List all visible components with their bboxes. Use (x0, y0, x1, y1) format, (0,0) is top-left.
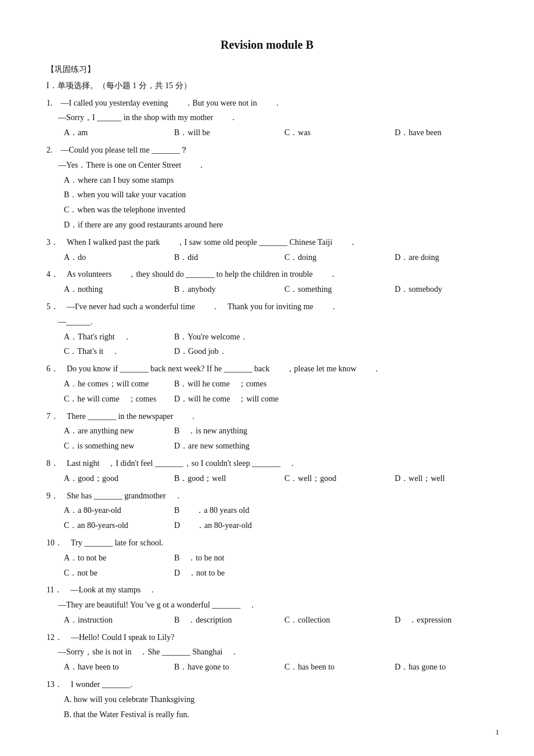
option-item: D．have been (395, 126, 488, 140)
option-item: A．where can I buy some stamps (64, 173, 174, 187)
option-row: B. that the Water Festival is really fun… (64, 708, 488, 722)
question-5: 5． —I've never had such a wonderful time… (46, 300, 488, 359)
option-row: A．where can I buy some stamps (64, 173, 488, 187)
options-group: A．doB．didC．doingD．are doing (64, 251, 488, 265)
question-4: 4． As volunteers ，they should do _______… (46, 267, 488, 296)
options-group: A．a 80-year-oldB ．a 80 years oldC．an 80-… (64, 504, 488, 533)
option-item: C．an 80-years-old (64, 519, 157, 533)
option-item: B．good；well (174, 472, 267, 486)
options-group: A．where can I buy some stampsB．when you … (64, 173, 488, 232)
question-9: 9． She has _______ grandmother ．A．a 80-y… (46, 489, 488, 533)
question-12: 12． —Hello! Could I speak to Lily?—Sorry… (46, 631, 488, 674)
option-item: A．good；good (64, 472, 157, 486)
question-line: 8． Last night ，I didn't feel _______，so … (46, 457, 488, 471)
question-line: —Sorry，I ______ in the shop with my moth… (58, 111, 488, 125)
option-row: A．doB．didC．doingD．are doing (64, 251, 488, 265)
question-8: 8． Last night ，I didn't feel _______，so … (46, 457, 488, 486)
page-title: Revision module B (46, 35, 488, 55)
question-line: 7． There _______ in the newspaper ． (46, 410, 488, 424)
option-item: A．to not be (64, 551, 157, 565)
options-group: A．nothingB．anybodyC．somethingD．somebody (64, 283, 488, 296)
option-item: D．has gone to (395, 660, 488, 674)
option-row: C．That's it ．D．Good job． (64, 345, 488, 359)
option-item: B．will be (174, 126, 267, 140)
question-1: 1. —I called you yesterday evening ．But … (46, 96, 488, 140)
option-item: D．well；well (395, 472, 488, 486)
section-header: 【巩固练习】 (46, 63, 488, 77)
options-group: A．to not beB ．to be notC．not beD ．not to… (64, 551, 488, 580)
question-line: 2. —Could you please tell me _______？ (46, 143, 488, 157)
option-item: B ．description (174, 613, 267, 627)
question-2: 2. —Could you please tell me _______？—Ye… (46, 143, 488, 232)
option-item: B ．to be not (174, 551, 267, 565)
question-10: 10． Try _______ late for school.A．to not… (46, 536, 488, 580)
question-line: —Yes．There is one on Center Street ． (58, 158, 488, 172)
question-line: 4． As volunteers ，they should do _______… (46, 267, 488, 281)
option-row: C．an 80-years-oldD ．an 80-year-old (64, 519, 488, 533)
option-item: B．You're welcome． (174, 330, 267, 344)
options-group: A．have been toB．have gone toC．has been t… (64, 660, 488, 674)
option-item: A．instruction (64, 613, 157, 627)
option-item: A．am (64, 126, 157, 140)
option-item: D．if there are any good restaurants arou… (64, 218, 223, 232)
page-number: 1 (496, 726, 500, 739)
option-item: C．has been to (284, 660, 377, 674)
option-row: A．have been toB．have gone toC．has been t… (64, 660, 488, 674)
option-item: B ．a 80 years old (174, 504, 267, 518)
question-line: 6． Do you know if _______ back next week… (46, 362, 488, 376)
options-group: A．he comes；will comeB．will he come ；come… (64, 377, 488, 406)
options-group: A．instructionB ．descriptionC．collectionD… (64, 613, 488, 627)
option-row: C．when was the telephone invented (64, 203, 488, 217)
option-item: A．he comes；will come (64, 377, 157, 391)
option-row: B．when you will take your vacation (64, 188, 488, 202)
option-row: A．nothingB．anybodyC．somethingD．somebody (64, 283, 488, 296)
option-item: D．are doing (395, 251, 488, 265)
question-line: 11． —Look at my stamps ． (46, 583, 488, 597)
option-item: D．Good job． (174, 345, 267, 359)
question-line: 9． She has _______ grandmother ． (46, 489, 488, 503)
part1-label: I．单项选择。（每小题 1 分，共 15 分） (46, 79, 488, 93)
option-row: A．That's right ．B．You're welcome． (64, 330, 488, 344)
question-line: 10． Try _______ late for school. (46, 536, 488, 550)
option-item: C．when was the telephone invented (64, 203, 185, 217)
option-row: A．good；goodB．good；wellC．well；goodD．well；… (64, 472, 488, 486)
option-item: D ．expression (395, 613, 488, 627)
option-row: A．a 80-year-oldB ．a 80 years old (64, 504, 488, 518)
question-6: 6． Do you know if _______ back next week… (46, 362, 488, 406)
options-group: A．amB．will beC．wasD．have been (64, 126, 488, 140)
question-3: 3． When I walked past the park ，I saw so… (46, 236, 488, 265)
option-item: A．have been to (64, 660, 157, 674)
option-row: C．is something newD．are new something (64, 439, 488, 453)
option-item: B．anybody (174, 283, 267, 296)
question-7: 7． There _______ in the newspaper ．A．are… (46, 410, 488, 453)
option-item: A．nothing (64, 283, 157, 296)
option-row: C．he will come ；comesD．will he come ；wil… (64, 392, 488, 406)
option-item: D ．not to be (174, 566, 267, 580)
question-line: 3． When I walked past the park ，I saw so… (46, 236, 488, 249)
option-item: C．he will come ；comes (64, 392, 157, 406)
question-line: —______. (58, 315, 488, 329)
option-item: A．do (64, 251, 157, 265)
option-row: A．he comes；will comeB．will he come ；come… (64, 377, 488, 391)
option-row: A．amB．will beC．wasD．have been (64, 126, 488, 140)
option-item: B. that the Water Festival is really fun… (64, 708, 189, 722)
option-item: A．a 80-year-old (64, 504, 157, 518)
option-item: B．did (174, 251, 267, 265)
option-item: A．That's right ． (64, 330, 157, 344)
option-row: D．if there are any good restaurants arou… (64, 218, 488, 232)
option-item: C．is something new (64, 439, 157, 453)
option-item: D ．an 80-year-old (174, 519, 267, 533)
option-item: B ．is new anything (174, 424, 267, 438)
option-item: B．have gone to (174, 660, 267, 674)
option-item: C．doing (284, 251, 377, 265)
options-group: A. how will you celebrate ThanksgivingB.… (64, 693, 488, 722)
option-item: C．That's it ． (64, 345, 157, 359)
option-item: B．when you will take your vacation (64, 188, 186, 202)
question-13: 13． I wonder _______.A. how will you cel… (46, 678, 488, 721)
option-item: D．are new something (174, 439, 267, 453)
option-item: B．will he come ；comes (174, 377, 267, 391)
options-group: A．are anything newB ．is new anythingC．is… (64, 424, 488, 453)
question-line: 5． —I've never had such a wonderful time… (46, 300, 488, 314)
question-line: 1. —I called you yesterday evening ．But … (46, 96, 488, 110)
question-line: —Sorry，she is not in ．She _______ Shangh… (58, 645, 488, 659)
